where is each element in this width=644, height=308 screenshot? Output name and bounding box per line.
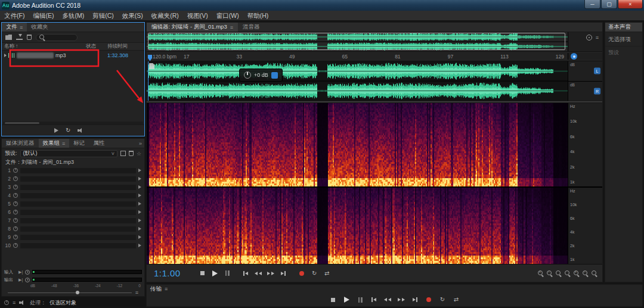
- effect-slot[interactable]: 9: [2, 233, 144, 241]
- playhead-line[interactable]: [148, 61, 148, 101]
- tab-effects-rack[interactable]: 效果组 ≡: [39, 139, 70, 148]
- effect-slot[interactable]: 8: [2, 225, 144, 233]
- effect-field[interactable]: [20, 235, 136, 240]
- volume-hud[interactable]: +0 dB: [239, 69, 283, 82]
- power-icon[interactable]: [13, 243, 18, 248]
- menu-favorites[interactable]: 收藏夹(R): [147, 11, 183, 21]
- right-channel-button[interactable]: R: [594, 88, 600, 94]
- pause-button[interactable]: [221, 268, 234, 279]
- skip-to-start-button[interactable]: [240, 268, 252, 279]
- record-button[interactable]: [296, 268, 308, 279]
- preview-play-button[interactable]: [54, 128, 58, 133]
- tab-mixer[interactable]: 混音器: [238, 23, 265, 32]
- slot-arrow-icon[interactable]: [138, 235, 141, 239]
- rewind-button[interactable]: [382, 294, 394, 305]
- tab-properties[interactable]: 属性: [89, 139, 109, 148]
- menu-clip[interactable]: 剪辑(C): [88, 11, 118, 21]
- slot-arrow-icon[interactable]: [138, 202, 141, 206]
- fast-forward-button[interactable]: [395, 294, 408, 305]
- menu-multitrack[interactable]: 多轨(M): [58, 11, 88, 21]
- loop-playback-button[interactable]: ↻: [436, 294, 449, 305]
- power-icon[interactable]: [13, 185, 18, 189]
- minimize-button[interactable]: ─: [584, 0, 600, 9]
- zoom-full-icon[interactable]: [564, 270, 571, 276]
- power-icon[interactable]: [13, 201, 18, 206]
- effect-slot[interactable]: 2: [2, 175, 144, 183]
- slot-arrow-icon[interactable]: [138, 210, 141, 214]
- skip-selection-button[interactable]: ⇄: [450, 294, 463, 305]
- hud-pin-icon[interactable]: [271, 72, 278, 79]
- maximize-button[interactable]: ▢: [601, 0, 617, 9]
- spectrogram-display[interactable]: [147, 103, 568, 186]
- slot-arrow-icon[interactable]: [138, 219, 141, 222]
- effect-field[interactable]: [20, 226, 136, 232]
- menu-icon[interactable]: ≡: [596, 35, 599, 41]
- preset-dropdown[interactable]: (默认) ˅: [20, 150, 117, 157]
- slot-arrow-icon[interactable]: [138, 177, 141, 181]
- effect-field[interactable]: [20, 210, 136, 215]
- zoom-reset-icon[interactable]: [591, 270, 597, 276]
- essential-sound-preset-label[interactable]: 预设: [605, 46, 642, 59]
- tab-editor[interactable]: 编辑器: 刘瑞琦 - 房间_01.mp3 ≡: [147, 23, 238, 32]
- effect-field[interactable]: [20, 168, 136, 173]
- volume-slider[interactable]: [8, 293, 132, 293]
- input-knob-icon[interactable]: [25, 270, 30, 275]
- volume-knob-icon[interactable]: [244, 71, 251, 79]
- effect-slot[interactable]: 4: [2, 191, 144, 200]
- panel-menu-icon[interactable]: ≡: [135, 290, 138, 295]
- effect-field[interactable]: [20, 185, 136, 190]
- power-icon[interactable]: [13, 210, 18, 214]
- effect-field[interactable]: [20, 193, 136, 198]
- loop-preview-icon[interactable]: ↻: [66, 127, 70, 133]
- menu-effects[interactable]: 效果(S): [118, 11, 147, 21]
- files-horizontal-scrollbar[interactable]: [3, 122, 143, 125]
- zoom-in-icon[interactable]: +: [537, 270, 544, 276]
- zoom-out-icon[interactable]: −: [546, 270, 553, 276]
- search-input[interactable]: [36, 34, 78, 41]
- playhead-marker[interactable]: [148, 55, 152, 61]
- menu-help[interactable]: 帮助(H): [243, 11, 273, 21]
- menu-window[interactable]: 窗口(W): [212, 11, 243, 21]
- settings-icon[interactable]: [586, 35, 592, 41]
- zoom-out-vertical-icon[interactable]: −: [582, 270, 589, 276]
- process-value[interactable]: 仅选区对象: [49, 299, 76, 307]
- effect-slot[interactable]: 7: [2, 216, 144, 225]
- power-icon[interactable]: [13, 176, 18, 181]
- tab-essential-sound[interactable]: 基本声音: [605, 23, 642, 32]
- slot-arrow-icon[interactable]: [138, 169, 141, 172]
- play-button[interactable]: [209, 268, 221, 279]
- import-file-icon[interactable]: [16, 35, 23, 40]
- power-icon[interactable]: [13, 218, 18, 223]
- effect-slot[interactable]: 10: [2, 241, 144, 250]
- waveform-display[interactable]: [147, 61, 568, 101]
- slot-arrow-icon[interactable]: [138, 227, 141, 231]
- menu-view[interactable]: 视图(V): [183, 11, 212, 21]
- skip-to-start-button[interactable]: [368, 294, 380, 305]
- tab-media-browser[interactable]: 媒体浏览器: [2, 139, 39, 148]
- skip-selection-button[interactable]: ⇄: [321, 268, 333, 279]
- effect-field[interactable]: [20, 176, 136, 182]
- open-file-icon[interactable]: [5, 35, 12, 40]
- monitor-input-icon[interactable]: ▶|: [18, 270, 23, 275]
- column-name[interactable]: 名称 ↑: [4, 43, 86, 50]
- column-duration[interactable]: 持续时间: [107, 43, 142, 50]
- zoom-selection-icon[interactable]: [555, 270, 562, 276]
- effect-slot[interactable]: 1: [2, 166, 144, 175]
- stop-button[interactable]: [327, 294, 339, 305]
- slot-arrow-icon[interactable]: [138, 194, 141, 197]
- tab-markers[interactable]: 标记: [69, 139, 89, 148]
- tab-overflow-icon[interactable]: »: [137, 139, 144, 148]
- power-icon[interactable]: [13, 226, 18, 231]
- overview-waveform[interactable]: [147, 32, 568, 51]
- favorite-star-icon[interactable]: ☆: [137, 151, 141, 157]
- effect-field[interactable]: [20, 201, 136, 207]
- power-icon[interactable]: [13, 193, 18, 198]
- skip-to-end-button[interactable]: [277, 268, 290, 279]
- monitor-icon[interactable]: [571, 53, 577, 60]
- rewind-button[interactable]: [252, 268, 265, 279]
- panel-menu-icon[interactable]: ≡: [230, 24, 233, 30]
- panel-menu-icon[interactable]: ≡: [20, 24, 23, 30]
- slot-arrow-icon[interactable]: [138, 244, 141, 247]
- fast-forward-button[interactable]: [265, 268, 277, 279]
- menu-edit[interactable]: 编辑(E): [29, 11, 58, 21]
